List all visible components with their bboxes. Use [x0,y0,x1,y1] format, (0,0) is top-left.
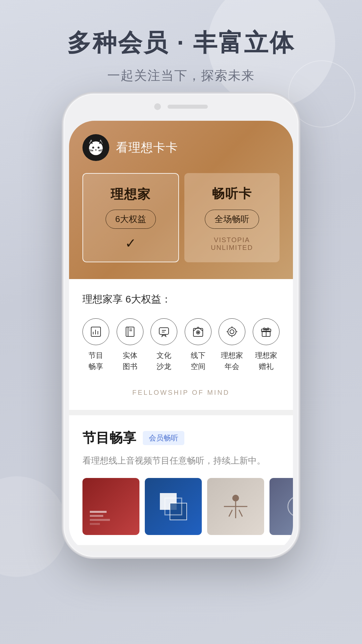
benefits-title: 理想家享 6大权益： [82,292,280,306]
phone-camera [154,103,161,110]
svg-point-48 [288,496,293,517]
brand-name: 看理想卡卡 [116,140,178,156]
benefit-label-content: 节目畅享 [88,350,103,372]
benefit-salon[interactable]: 文化沙龙 [150,318,177,372]
membership-card-section: 看理想卡卡 理想家 6大权益 ✓ 畅听卡 全场畅听 [69,121,293,279]
program-badge: 会员畅听 [143,431,184,445]
bg-decoration-bottom [0,476,67,577]
svg-point-27 [228,328,236,336]
svg-rect-21 [159,328,169,334]
program-title: 节目畅享 [82,429,136,447]
card-name-2: 畅听卡 [212,185,252,202]
svg-point-7 [95,150,97,151]
page-subtitle: 一起关注当下，探索未来 [0,67,362,84]
phone-outer: 看理想卡卡 理想家 6大权益 ✓ 畅听卡 全场畅听 [64,94,298,557]
cat-avatar [82,134,109,161]
benefit-gift[interactable]: 理想家赠礼 [253,318,280,372]
benefit-label-annual: 理想家年会 [221,350,243,372]
fellowship-text: FELLOWSHIP OF MIND [82,382,280,400]
svg-point-6 [98,147,100,149]
phone-screen: 看理想卡卡 理想家 6大权益 ✓ 畅听卡 全场畅听 [69,121,293,551]
card-badge-1: 6大权益 [106,210,156,229]
svg-rect-36 [90,511,107,513]
benefits-grid: 节目畅享 实体 [82,318,280,372]
thumbnail-2[interactable] [145,478,202,535]
card-sub-label: VISTOPIA UNLIMITED [192,236,272,252]
app-content: 看理想卡卡 理想家 6大权益 ✓ 畅听卡 全场畅听 [69,121,293,551]
card-check: ✓ [125,235,136,251]
benefits-section: 理想家享 6大权益： [69,279,293,410]
program-description: 看理想线上音视频节目任意畅听，持续上新中。 [82,454,280,468]
top-text-area: 多种会员 · 丰富立体 一起关注当下，探索未来 [0,27,362,84]
benefit-icon-content [82,318,109,345]
cards-row: 理想家 6大权益 ✓ 畅听卡 全场畅听 VISTOPIA UNLIMITED [82,173,280,262]
benefit-book[interactable]: 实体图书 [117,318,143,372]
svg-rect-38 [90,519,110,521]
svg-point-5 [92,147,94,149]
benefit-icon-gift [253,318,280,345]
card-badge-2: 全场畅听 [205,210,259,229]
page-title: 多种会员 · 丰富立体 [0,27,362,59]
svg-point-26 [197,332,199,333]
card-name-1: 理想家 [111,186,151,203]
program-section: 节目畅享 会员畅听 看理想线上音视频节目任意畅听，持续上新中。 [69,415,293,545]
svg-rect-37 [90,515,103,517]
benefit-label-space: 线下空间 [191,350,205,372]
thumbnail-3[interactable] [207,478,264,535]
phone-top-bar [154,103,208,110]
benefit-icon-salon [150,318,177,345]
thumbnail-row [82,478,280,535]
thumbnail-1[interactable] [82,478,139,535]
thumbnail-4[interactable] [269,478,293,535]
member-card-changtingka[interactable]: 畅听卡 全场畅听 VISTOPIA UNLIMITED [184,173,280,262]
phone-speaker [168,105,208,109]
benefit-label-salon: 文化沙龙 [157,350,171,372]
program-header: 节目畅享 会员畅听 [82,429,280,447]
benefit-icon-space [185,318,212,345]
phone-mockup: 看理想卡卡 理想家 6大权益 ✓ 畅听卡 全场畅听 [64,94,298,557]
svg-point-28 [230,330,234,334]
benefit-label-gift: 理想家赠礼 [255,350,277,372]
benefit-annual[interactable]: 理想家年会 [219,318,245,372]
member-card-lixiangjia[interactable]: 理想家 6大权益 ✓ [82,173,179,262]
svg-rect-17 [126,327,134,336]
benefit-icon-annual [219,318,245,345]
card-header: 看理想卡卡 [82,134,280,161]
svg-rect-41 [170,503,187,520]
svg-rect-39 [90,523,100,525]
svg-line-47 [239,510,242,517]
svg-point-45 [232,495,239,501]
benefit-content[interactable]: 节目畅享 [82,318,109,372]
benefit-icon-book [117,318,143,345]
benefit-space[interactable]: 线下空间 [185,318,212,372]
svg-line-46 [229,510,232,517]
benefit-label-book: 实体图书 [123,350,137,372]
